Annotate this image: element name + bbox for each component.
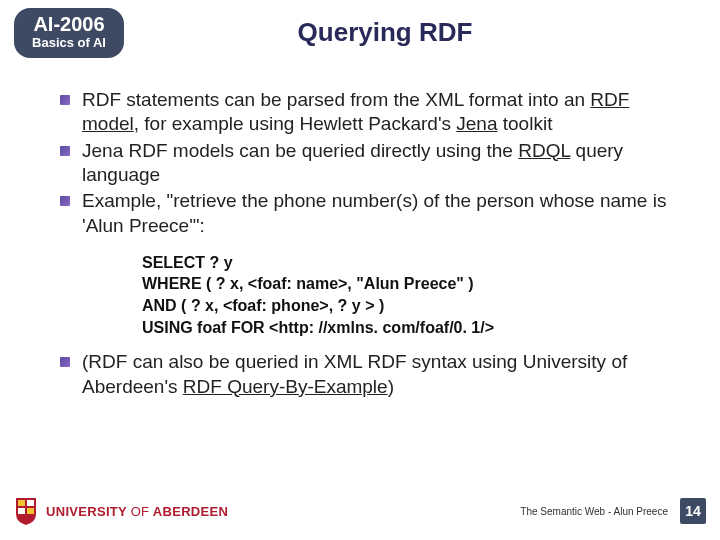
footer: UNIVERSITY OF ABERDEEN The Semantic Web … xyxy=(0,496,720,526)
university-logo: UNIVERSITY OF ABERDEEN xyxy=(14,496,228,526)
code-line: WHERE ( ? x, <foaf: name>, "Alun Preece"… xyxy=(142,273,672,295)
footer-caption: The Semantic Web - Alun Preece xyxy=(520,506,668,517)
link-text: RDF Query-By-Example xyxy=(183,376,388,397)
text: , for example using Hewlett Packard's xyxy=(134,113,457,134)
svg-rect-2 xyxy=(18,508,25,514)
bullet-4: (RDF can also be queried in XML RDF synt… xyxy=(60,350,672,399)
header: AI-2006 Basics of AI Querying RDF xyxy=(0,0,720,60)
text: toolkit xyxy=(498,113,553,134)
code-line: AND ( ? x, <foaf: phone>, ? y > ) xyxy=(142,295,672,317)
footer-right: The Semantic Web - Alun Preece 14 xyxy=(520,498,706,524)
text: Jena RDF models can be queried directly … xyxy=(82,140,518,161)
text: RDF statements can be parsed from the XM… xyxy=(82,89,590,110)
text: ) xyxy=(388,376,394,397)
bullet-3: Example, "retrieve the phone number(s) o… xyxy=(60,189,672,238)
link-text: Jena xyxy=(456,113,497,134)
content: RDF statements can be parsed from the XM… xyxy=(0,60,720,399)
course-badge: AI-2006 Basics of AI xyxy=(14,8,124,58)
svg-rect-0 xyxy=(18,500,25,506)
shield-icon xyxy=(14,496,38,526)
svg-rect-1 xyxy=(27,500,34,506)
bullet-list: RDF statements can be parsed from the XM… xyxy=(60,88,672,238)
bullet-2: Jena RDF models can be queried directly … xyxy=(60,139,672,188)
code-line: SELECT ? y xyxy=(142,252,672,274)
bullet-list-2: (RDF can also be queried in XML RDF synt… xyxy=(60,350,672,399)
text: UNIVERSITY xyxy=(46,504,131,519)
text: OF xyxy=(131,504,150,519)
page-number: 14 xyxy=(680,498,706,524)
badge-title: AI-2006 xyxy=(24,13,114,36)
badge-subtitle: Basics of AI xyxy=(24,36,114,51)
university-name: UNIVERSITY OF ABERDEEN xyxy=(46,504,228,519)
slide-title: Querying RDF xyxy=(124,17,706,48)
svg-rect-3 xyxy=(27,508,34,514)
link-text: RDQL xyxy=(518,140,570,161)
bullet-1: RDF statements can be parsed from the XM… xyxy=(60,88,672,137)
code-block: SELECT ? y WHERE ( ? x, <foaf: name>, "A… xyxy=(142,252,672,338)
code-line: USING foaf FOR <http: //xmlns. com/foaf/… xyxy=(142,317,672,339)
text: ABERDEEN xyxy=(149,504,228,519)
